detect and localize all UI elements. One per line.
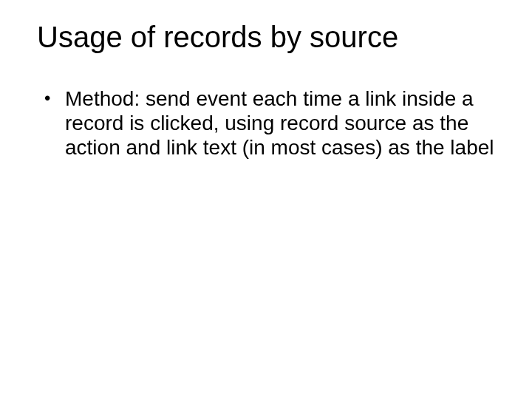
slide-title: Usage of records by source [37, 21, 495, 53]
slide-body: Method: send event each time a link insi… [37, 86, 495, 160]
slide: Usage of records by source Method: send … [0, 0, 532, 399]
bullet-list: Method: send event each time a link insi… [44, 86, 495, 160]
list-item: Method: send event each time a link insi… [44, 86, 495, 160]
bullet-text: Method: send event each time a link insi… [65, 87, 494, 159]
